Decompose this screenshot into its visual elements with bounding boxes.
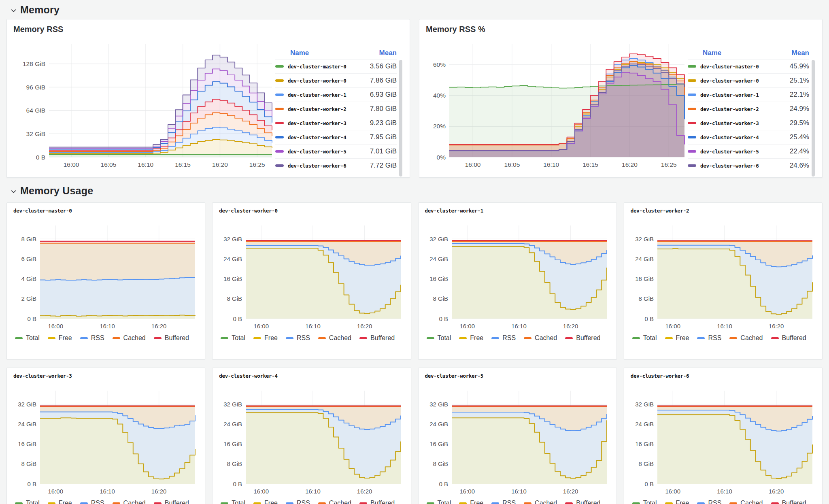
plot-area[interactable] bbox=[40, 225, 195, 319]
legend-item-rss[interactable]: RSS bbox=[697, 332, 721, 344]
legend-item-buffered[interactable]: Buffered bbox=[565, 332, 600, 344]
legend-row-dev-cluster-worker-4[interactable]: dev-cluster-worker-47.95 GiB bbox=[275, 130, 397, 144]
plot-area[interactable] bbox=[49, 44, 272, 157]
legend-row-dev-cluster-worker-2[interactable]: dev-cluster-worker-224.9% bbox=[688, 102, 809, 116]
legend-item-buffered[interactable]: Buffered bbox=[565, 498, 600, 504]
legend-row-dev-cluster-worker-6[interactable]: dev-cluster-worker-624.6% bbox=[688, 158, 809, 172]
legend-item-total[interactable]: Total bbox=[632, 332, 657, 344]
plot-area[interactable] bbox=[452, 391, 607, 484]
legend-row-dev-cluster-worker-3[interactable]: dev-cluster-worker-39.23 GiB bbox=[275, 116, 397, 130]
panel-title[interactable]: dev-cluster-worker-1 bbox=[425, 208, 610, 214]
panel-title[interactable]: dev-cluster-worker-6 bbox=[631, 373, 816, 379]
plot-area[interactable] bbox=[657, 391, 812, 484]
memory-rss-chart[interactable]: 0 B32 GiB64 GiB96 GiB128 GiB16:0016:0516… bbox=[13, 37, 275, 171]
legend-row-dev-cluster-worker-5[interactable]: dev-cluster-worker-522.4% bbox=[688, 144, 809, 158]
panel-title[interactable]: dev-cluster-worker-3 bbox=[13, 373, 198, 379]
series-mean-value: 25.4% bbox=[790, 133, 809, 141]
legend-item-total[interactable]: Total bbox=[15, 332, 40, 344]
memory-rss-pct-chart[interactable]: 0%20%40%60%16:0016:0516:1016:1516:2016:2… bbox=[426, 37, 688, 171]
legend-item-free[interactable]: Free bbox=[253, 332, 278, 344]
legend-item-rss[interactable]: RSS bbox=[80, 498, 104, 504]
legend-row-dev-cluster-master-0[interactable]: dev-cluster-master-03.56 GiB bbox=[275, 59, 397, 73]
panel-title[interactable]: dev-cluster-worker-5 bbox=[425, 373, 610, 379]
usage-chart[interactable]: 0 B8 GiB16 GiB24 GiB32 GiB16:0016:1016:2… bbox=[219, 223, 404, 331]
legend-item-rss[interactable]: RSS bbox=[697, 498, 721, 504]
legend-row-dev-cluster-worker-3[interactable]: dev-cluster-worker-329.5% bbox=[688, 116, 809, 130]
panel-title[interactable]: dev-cluster-worker-0 bbox=[219, 208, 404, 214]
legend-row-dev-cluster-worker-0[interactable]: dev-cluster-worker-025.1% bbox=[688, 73, 809, 87]
column-header-name[interactable]: Name bbox=[703, 49, 721, 57]
plot-area[interactable] bbox=[452, 225, 607, 319]
legend-item-cached[interactable]: Cached bbox=[729, 498, 763, 504]
legend-row-dev-cluster-worker-6[interactable]: dev-cluster-worker-67.72 GiB bbox=[275, 158, 397, 172]
legend-item-rss[interactable]: RSS bbox=[286, 332, 310, 344]
legend-item-buffered[interactable]: Buffered bbox=[359, 498, 395, 504]
legend-row-dev-cluster-master-0[interactable]: dev-cluster-master-045.9% bbox=[688, 59, 809, 73]
usage-chart[interactable]: 0 B2 GiB4 GiB6 GiB8 GiB16:0016:1016:20 bbox=[13, 223, 198, 331]
legend-item-free[interactable]: Free bbox=[253, 498, 278, 504]
legend-item-buffered[interactable]: Buffered bbox=[359, 332, 395, 344]
legend-item-free[interactable]: Free bbox=[48, 498, 72, 504]
panel-title[interactable]: dev-cluster-worker-4 bbox=[219, 373, 404, 379]
legend-item-cached[interactable]: Cached bbox=[524, 332, 557, 344]
legend-item-buffered[interactable]: Buffered bbox=[154, 498, 189, 504]
legend-item-free[interactable]: Free bbox=[459, 498, 483, 504]
column-header-name[interactable]: Name bbox=[290, 49, 309, 57]
legend-swatch-icon bbox=[48, 502, 55, 504]
legend-item-buffered[interactable]: Buffered bbox=[771, 332, 806, 344]
legend-item-rss[interactable]: RSS bbox=[491, 332, 516, 344]
plot-area[interactable] bbox=[246, 391, 401, 484]
legend-item-buffered[interactable]: Buffered bbox=[771, 498, 806, 504]
legend-item-cached[interactable]: Cached bbox=[113, 332, 146, 344]
panel-title[interactable]: dev-cluster-worker-2 bbox=[631, 208, 816, 214]
legend-item-free[interactable]: Free bbox=[665, 332, 689, 344]
legend-item-cached[interactable]: Cached bbox=[113, 498, 146, 504]
legend-item-total[interactable]: Total bbox=[427, 332, 451, 344]
legend-row-dev-cluster-worker-1[interactable]: dev-cluster-worker-16.93 GiB bbox=[275, 87, 397, 102]
legend-item-buffered[interactable]: Buffered bbox=[154, 332, 189, 344]
section-header-memory[interactable]: Memory bbox=[0, 0, 829, 19]
plot-area[interactable] bbox=[449, 44, 684, 157]
plot-area[interactable] bbox=[657, 225, 812, 319]
legend-row-dev-cluster-worker-5[interactable]: dev-cluster-worker-57.01 GiB bbox=[275, 144, 397, 158]
usage-chart[interactable]: 0 B8 GiB16 GiB24 GiB32 GiB16:0016:1016:2… bbox=[13, 388, 198, 496]
legend-item-rss[interactable]: RSS bbox=[80, 332, 104, 344]
legend-item-cached[interactable]: Cached bbox=[524, 498, 557, 504]
column-header-mean[interactable]: Mean bbox=[379, 49, 397, 57]
usage-legend: TotalFreeRSSCachedBuffered bbox=[631, 332, 816, 344]
usage-chart[interactable]: 0 B8 GiB16 GiB24 GiB32 GiB16:0016:1016:2… bbox=[631, 223, 816, 331]
legend-swatch-icon bbox=[697, 337, 705, 339]
svg-text:32 GiB: 32 GiB bbox=[429, 401, 448, 408]
legend-item-free[interactable]: Free bbox=[48, 332, 72, 344]
legend-item-total[interactable]: Total bbox=[221, 332, 245, 344]
legend-item-cached[interactable]: Cached bbox=[729, 332, 763, 344]
usage-chart[interactable]: 0 B8 GiB16 GiB24 GiB32 GiB16:0016:1016:2… bbox=[425, 223, 610, 331]
legend-item-total[interactable]: Total bbox=[632, 498, 657, 504]
column-header-mean[interactable]: Mean bbox=[792, 49, 809, 57]
legend-item-cached[interactable]: Cached bbox=[318, 498, 351, 504]
section-header-memory-usage[interactable]: Memory Usage bbox=[0, 181, 829, 200]
legend-item-total[interactable]: Total bbox=[15, 498, 40, 504]
legend-row-dev-cluster-worker-0[interactable]: dev-cluster-worker-07.86 GiB bbox=[275, 73, 397, 87]
legend-row-dev-cluster-worker-4[interactable]: dev-cluster-worker-425.4% bbox=[688, 130, 809, 144]
legend-row-dev-cluster-worker-2[interactable]: dev-cluster-worker-27.80 GiB bbox=[275, 102, 397, 116]
usage-chart[interactable]: 0 B8 GiB16 GiB24 GiB32 GiB16:0016:1016:2… bbox=[425, 388, 610, 496]
panel-title[interactable]: Memory RSS bbox=[13, 24, 403, 34]
plot-area[interactable] bbox=[246, 225, 401, 319]
svg-text:32 GiB: 32 GiB bbox=[223, 236, 242, 242]
legend-item-free[interactable]: Free bbox=[665, 498, 689, 504]
legend-row-dev-cluster-worker-1[interactable]: dev-cluster-worker-122.1% bbox=[688, 87, 809, 102]
legend-item-total[interactable]: Total bbox=[221, 498, 245, 504]
panel-title[interactable]: Memory RSS % bbox=[426, 24, 816, 34]
legend-item-cached[interactable]: Cached bbox=[318, 332, 351, 344]
plot-area[interactable] bbox=[40, 391, 195, 484]
legend-item-rss[interactable]: RSS bbox=[491, 498, 516, 504]
panel-title[interactable]: dev-cluster-master-0 bbox=[13, 208, 198, 214]
usage-chart[interactable]: 0 B8 GiB16 GiB24 GiB32 GiB16:0016:1016:2… bbox=[219, 388, 404, 496]
usage-chart[interactable]: 0 B8 GiB16 GiB24 GiB32 GiB16:0016:1016:2… bbox=[631, 388, 816, 496]
legend-scrollbar[interactable] bbox=[812, 60, 815, 177]
legend-item-free[interactable]: Free bbox=[459, 332, 483, 344]
legend-item-rss[interactable]: RSS bbox=[286, 498, 310, 504]
legend-scrollbar[interactable] bbox=[399, 60, 402, 177]
legend-item-total[interactable]: Total bbox=[427, 498, 451, 504]
